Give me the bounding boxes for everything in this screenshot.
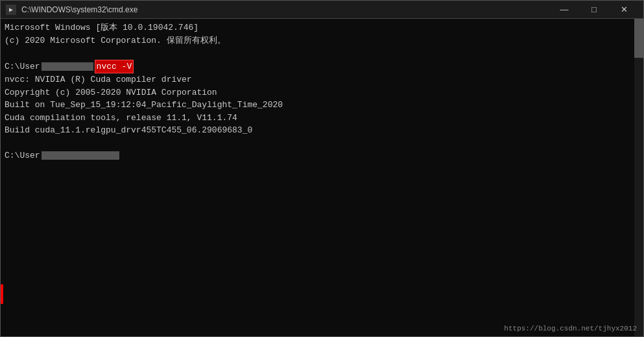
left-accent-bar xyxy=(1,284,3,304)
terminal-line-4: nvcc: NVIDIA (R) Cuda compiler driver xyxy=(5,73,639,86)
terminal-line-8: Build cuda_11.1.relgpu_drvr455TC455_06.2… xyxy=(5,124,639,137)
title-bar: C:\WINDOWS\system32\cmd.exe — □ ✕ xyxy=(1,1,643,19)
terminal-body[interactable]: Microsoft Windows [版本 10.0.19042.746] (c… xyxy=(1,19,643,336)
window-title: C:\WINDOWS\system32\cmd.exe xyxy=(21,5,550,14)
scrollbar-thumb[interactable] xyxy=(634,19,643,58)
maximize-button[interactable]: □ xyxy=(580,1,608,19)
terminal-next-prompt: C:\User xyxy=(5,149,639,162)
minimize-button[interactable]: — xyxy=(550,1,578,19)
close-button[interactable]: ✕ xyxy=(610,1,638,19)
terminal-line-1: Microsoft Windows [版本 10.0.19042.746] xyxy=(5,21,639,34)
next-prompt-prefix: C:\User xyxy=(5,149,40,162)
terminal-line-blank-1 xyxy=(5,47,639,60)
cmd-window: C:\WINDOWS\system32\cmd.exe — □ ✕ Micros… xyxy=(0,0,644,337)
window-icon xyxy=(6,5,16,15)
terminal-line-blank-2 xyxy=(5,137,639,150)
terminal-line-7: Cuda compilation tools, release 11.1, V1… xyxy=(5,112,639,125)
command-text: nvcc -V xyxy=(95,60,134,74)
redacted-path xyxy=(42,62,93,71)
terminal-line-6: Built on Tue_Sep_15_19:12:04_Pacific_Day… xyxy=(5,99,639,112)
watermark-url: https://blog.csdn.net/tjhyx2012 xyxy=(504,325,637,332)
terminal-line-5: Copyright (c) 2005-2020 NVIDIA Corporati… xyxy=(5,86,639,99)
redacted-next-path xyxy=(42,151,119,160)
window-controls: — □ ✕ xyxy=(550,1,638,19)
terminal-line-2: (c) 2020 Microsoft Corporation. 保留所有权利。 xyxy=(5,34,639,47)
prompt-prefix: C:\User xyxy=(5,60,40,73)
terminal-prompt-line: C:\User nvcc -V xyxy=(5,60,639,74)
scrollbar[interactable] xyxy=(634,19,643,336)
